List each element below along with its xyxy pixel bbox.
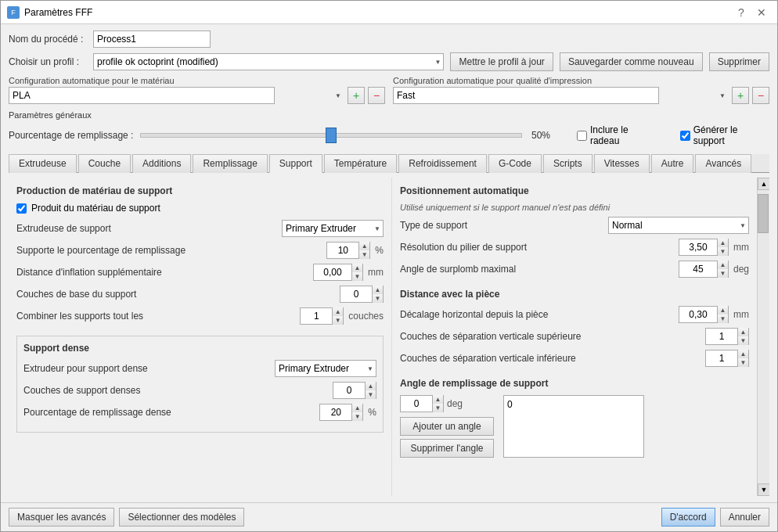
scroll-thumb[interactable] [758,194,769,233]
add-angle-button[interactable]: Ajouter un angle [400,417,494,436]
fill-pct-input[interactable] [327,243,358,258]
profile-label: Choisir un profil : [9,56,87,67]
fill-pct-label: Supporte le pourcentage de remplissage [16,245,322,256]
support-type-select[interactable]: Normal [608,217,749,234]
tab-temperature[interactable]: Température [324,154,397,173]
angle-up[interactable]: ▲ [432,395,443,404]
main-content: Nom du procédé : Choisir un profil : pro… [1,24,777,502]
profile-select[interactable]: profile ok octoprint (modified) [93,53,444,70]
tab-avances[interactable]: Avancés [695,154,751,173]
scroll-track [758,190,769,483]
quality-select[interactable]: Fast [393,87,659,104]
production-title: Production de matériau de support [16,185,384,196]
dense-support-section: Support dense Extrudeur pour support den… [16,336,384,433]
tab-additions[interactable]: Additions [132,154,191,173]
vert-sep-top-up[interactable]: ▲ [737,328,748,336]
fill-pct-unit: % [375,245,384,256]
scroll-up-btn[interactable]: ▲ [758,178,769,190]
angle-section: Angle de remplissage de support ▲ [400,378,749,458]
horiz-offset-up[interactable]: ▲ [717,306,728,315]
vert-sep-bot-input[interactable] [706,350,737,366]
quality-combo-wrapper: Fast + − [393,87,769,104]
tab-autre[interactable]: Autre [651,154,694,173]
combine-input[interactable] [301,308,332,324]
scroll-down-btn[interactable]: ▼ [758,483,769,496]
inflation-input[interactable] [314,264,351,280]
hide-advanced-button[interactable]: Masquer les avancés [9,508,114,527]
right-panel: Positionnement automatique Utilisé uniqu… [392,178,757,496]
dense-fill-unit: % [368,407,376,418]
dense-fill-up[interactable]: ▲ [351,404,362,412]
dense-fill-input[interactable] [320,404,351,420]
base-layers-input[interactable] [340,286,372,302]
tab-extrudeuse[interactable]: Extrudeuse [9,154,77,173]
dense-layers-spin: ▲ ▼ [333,382,376,399]
vert-sep-top-spin: ▲ ▼ [705,328,749,345]
delete-button[interactable]: Supprimer [709,52,769,71]
vert-sep-bot-down[interactable]: ▼ [737,358,748,367]
combine-up[interactable]: ▲ [332,307,343,316]
angle-list[interactable]: 0 [503,395,644,458]
angle-down[interactable]: ▼ [432,404,443,412]
produce-support-checkbox[interactable] [16,203,27,214]
tab-remplissage[interactable]: Remplissage [193,154,267,173]
angle-input[interactable] [401,396,432,412]
add-quality-button[interactable]: + [732,87,749,104]
horiz-offset-down[interactable]: ▼ [717,315,728,323]
dense-fill-arrows: ▲ ▼ [351,404,362,421]
fill-pct-down[interactable]: ▼ [358,250,369,259]
inflation-up[interactable]: ▲ [351,264,362,272]
tab-vitesses[interactable]: Vitesses [594,154,650,173]
angle-spin: ▲ ▼ [400,395,444,412]
vert-sep-bot-up[interactable]: ▲ [737,350,748,358]
vert-sep-top-input[interactable] [706,329,737,344]
overhang-down[interactable]: ▼ [717,269,728,278]
tab-support[interactable]: Support [269,154,322,173]
include-raft-checkbox[interactable] [577,131,587,141]
dense-layers-input[interactable] [333,383,365,398]
generate-support-checkbox[interactable] [680,131,690,141]
dense-layers-up[interactable]: ▲ [365,382,376,390]
material-select-wrapper: PLA [9,87,344,104]
material-select[interactable]: PLA [9,87,275,104]
left-panel: Production de matériau de support Produi… [9,178,392,496]
base-layers-up[interactable]: ▲ [372,286,383,294]
horiz-offset-input[interactable] [679,307,717,322]
title-controls: ? ✕ [732,5,771,20]
tab-couche[interactable]: Couche [78,154,131,173]
ok-button[interactable]: D'accord [661,508,715,527]
save-new-button[interactable]: Sauvegarder comme nouveau [560,52,703,71]
inflation-down[interactable]: ▼ [351,272,362,281]
pillar-res-input[interactable] [679,239,717,255]
combine-down[interactable]: ▼ [332,316,343,325]
extruder-select[interactable]: Primary Extruder [282,220,384,237]
remove-quality-button[interactable]: − [752,87,769,104]
dense-extruder-select[interactable]: Primary Extruder [275,360,376,377]
base-layers-down[interactable]: ▼ [372,294,383,303]
combine-spin: ▲ ▼ [300,307,344,325]
select-models-button[interactable]: Sélectionner des modèles [119,508,244,527]
horiz-offset-label: Décalage horizontal depuis la pièce [400,309,674,320]
dense-layers-down[interactable]: ▼ [365,390,376,399]
tab-refroidissement[interactable]: Refroidissement [398,154,487,173]
inflation-row: Distance d'inflation supplémentaire ▲ ▼ … [16,264,384,281]
support-type-row: Type de support Normal [400,217,749,234]
help-button[interactable]: ? [732,5,751,20]
remove-angle-button[interactable]: Supprimer l'angle [400,439,494,458]
vert-sep-top-down[interactable]: ▼ [737,336,748,345]
tab-gcode[interactable]: G-Code [488,154,542,173]
process-input[interactable] [93,31,211,48]
pillar-res-up[interactable]: ▲ [717,239,728,247]
overhang-up[interactable]: ▲ [717,261,728,269]
update-profile-button[interactable]: Mettre le profil à jour [450,52,553,71]
remove-material-button[interactable]: − [368,87,385,104]
fill-pct-up[interactable]: ▲ [358,242,369,250]
overhang-input[interactable] [679,261,717,277]
cancel-button[interactable]: Annuler [720,508,769,527]
fill-slider[interactable] [140,133,522,138]
add-material-button[interactable]: + [348,87,365,104]
close-button[interactable]: ✕ [752,5,771,20]
pillar-res-down[interactable]: ▼ [717,247,728,256]
tab-scripts[interactable]: Scripts [543,154,593,173]
dense-fill-down[interactable]: ▼ [351,412,362,421]
